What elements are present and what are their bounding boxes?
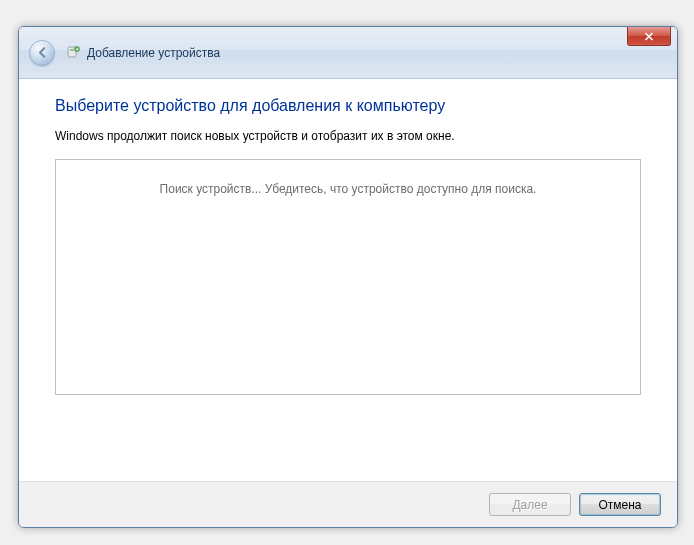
device-list[interactable]: Поиск устройств... Убедитесь, что устрой… [55,159,641,395]
content-area: Выберите устройство для добавления к ком… [19,79,677,481]
titlebar: Добавление устройства [19,27,677,79]
close-icon [644,32,654,41]
window-title: Добавление устройства [87,46,220,60]
page-heading: Выберите устройство для добавления к ком… [55,97,641,115]
dialog-window: Добавление устройства Выберите устройств… [18,26,678,528]
cancel-button[interactable]: Отмена [579,493,661,516]
next-button: Далее [489,493,571,516]
dialog-footer: Далее Отмена [19,481,677,527]
device-icon [65,45,81,61]
svg-point-2 [75,46,80,51]
page-subtext: Windows продолжит поиск новых устройств … [55,129,641,143]
searching-status: Поиск устройств... Убедитесь, что устрой… [160,182,537,196]
back-arrow-icon [36,46,49,59]
svg-rect-1 [70,49,74,51]
back-button[interactable] [29,40,55,66]
close-button[interactable] [627,27,671,46]
